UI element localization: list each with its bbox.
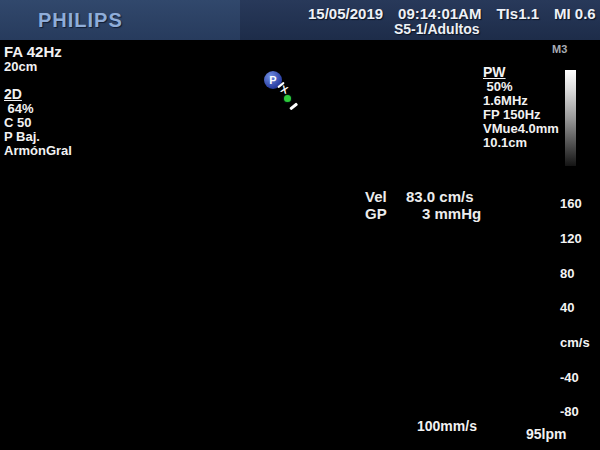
exam-time: 09:14:01AM — [398, 5, 481, 22]
pw-parameter-panel: PW 50% 1.6MHz FP 150Hz VMue4.0mm 10.1cm — [483, 65, 559, 150]
axis-tick-label: -80 — [560, 404, 579, 419]
axis-unit-label: cm/s — [560, 335, 590, 350]
axis-tick-label: 80 — [560, 266, 574, 281]
doppler-frequency-value: 1.6MHz — [483, 94, 559, 108]
gray-map-label: M3 — [552, 43, 567, 55]
wall-filter-value: FP 150Hz — [483, 108, 559, 122]
top-bar: PHILIPS 15/05/2019 09:14:01AM TIs1.1 MI … — [0, 0, 600, 40]
mi-index: MI 0.6 — [554, 5, 596, 22]
gp-value: 3 mmHg — [422, 205, 481, 222]
harmonics-value: ArmónGral — [4, 144, 72, 158]
axis-tick-label: 40 — [560, 300, 574, 315]
sample-gate-dot-icon — [284, 95, 291, 102]
persistence-value: P Baj. — [4, 130, 72, 144]
pw-spectral-display[interactable] — [25, 203, 545, 425]
heart-rate-label: 95lpm — [526, 426, 566, 442]
compress-value: C 50 — [4, 116, 72, 130]
mode-2d-label: 2D — [4, 87, 72, 102]
sweep-speed-label: 100mm/s — [417, 418, 477, 434]
vel-value: 83.0 cm/s — [406, 188, 474, 205]
mode-pw-label: PW — [483, 65, 559, 80]
left-parameter-panel: FA 42Hz 20cm 2D 64% C 50 P Baj. ArmónGra… — [4, 43, 72, 158]
philips-logo: PHILIPS — [38, 9, 123, 32]
axis-tick-label: -40 — [560, 370, 579, 385]
gain-2d-value: 64% — [4, 102, 72, 116]
measurement-readout: Vel 83.0 cm/s GP 3 mmHg — [330, 188, 520, 224]
gate-depth-value: 10.1cm — [483, 136, 559, 150]
axis-tick-label: 120 — [560, 231, 582, 246]
gain-pw-value: 50% — [483, 80, 559, 94]
vel-label: Vel — [365, 188, 387, 205]
sample-volume-value: VMue4.0mm — [483, 122, 559, 136]
tis-index: TIs1.1 — [496, 5, 539, 22]
transducer-label: S5-1/Adultos — [394, 21, 480, 37]
axis-tick-label: 160 — [560, 196, 582, 211]
gp-label: GP — [365, 205, 387, 222]
depth-value: 20cm — [4, 60, 72, 74]
ultrasound-screen: { "brand": "PHILIPS", "header": { "date"… — [0, 0, 600, 450]
exam-date: 15/05/2019 — [308, 5, 383, 22]
header-line1: 15/05/2019 09:14:01AM TIs1.1 MI 0.6 — [308, 5, 596, 22]
grayscale-bar — [565, 70, 576, 166]
frame-rate-value: FA 42Hz — [4, 43, 72, 60]
